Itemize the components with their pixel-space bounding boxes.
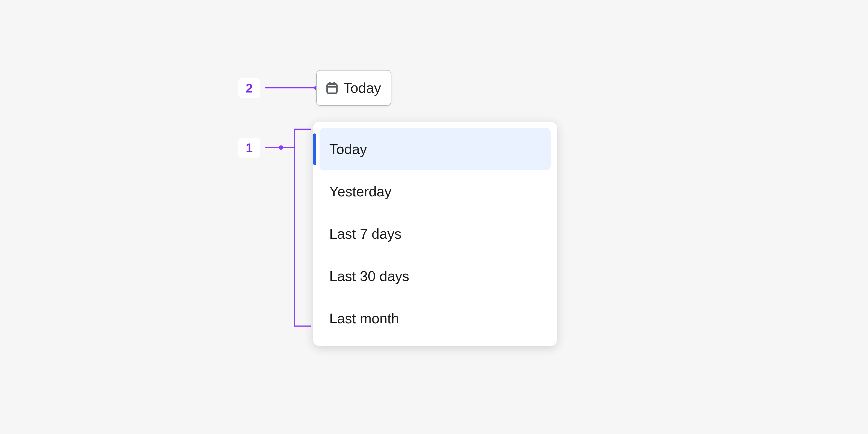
- annotation-badge-1: 1: [238, 138, 260, 158]
- date-range-activator[interactable]: Today: [316, 70, 392, 106]
- option-label: Last 30 days: [329, 268, 409, 284]
- annotation-badge-2: 2: [238, 78, 260, 98]
- annotation-connector-2: [265, 87, 316, 88]
- calendar-icon: [325, 81, 339, 95]
- annotation-tick-bottom-1: [294, 326, 311, 327]
- annotation-trunk-1: [294, 129, 295, 327]
- option-label: Yesterday: [329, 183, 392, 199]
- annotation-dot-1: [279, 145, 283, 150]
- date-range-option-last-30-days[interactable]: Last 30 days: [313, 255, 557, 297]
- option-label: Last month: [329, 310, 399, 327]
- date-range-option-last-month[interactable]: Last month: [313, 297, 557, 340]
- option-label: Last 7 days: [329, 226, 401, 242]
- date-range-activator-label: Today: [343, 80, 381, 96]
- svg-rect-0: [327, 84, 337, 93]
- option-label: Today: [329, 141, 367, 157]
- date-range-option-yesterday[interactable]: Yesterday: [313, 170, 557, 213]
- annotation-tick-top-1: [294, 129, 311, 130]
- date-range-option-today[interactable]: Today: [319, 128, 551, 170]
- date-range-option-last-7-days[interactable]: Last 7 days: [313, 213, 557, 255]
- date-range-listbox: Today Yesterday Last 7 days Last 30 days…: [313, 122, 557, 346]
